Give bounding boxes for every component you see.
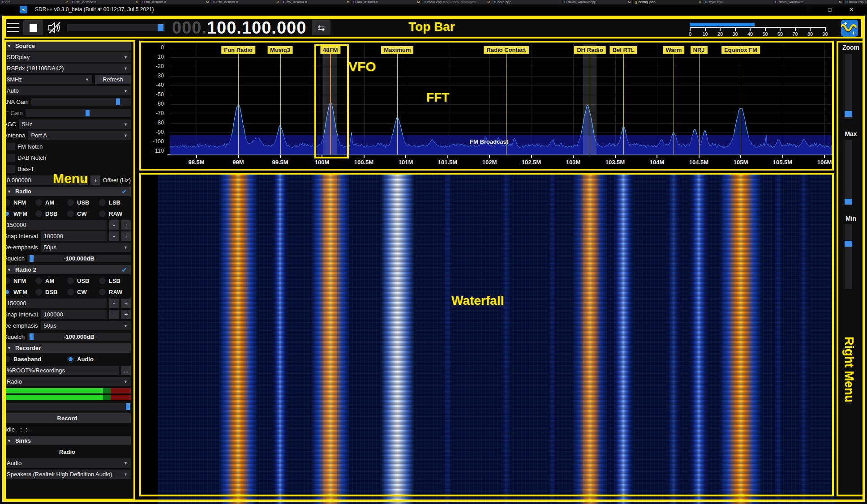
editor-tab[interactable]: Cd.hM [0,0,70,4]
volume-slider-handle[interactable] [158,24,163,31]
radio2-bw-plus-button[interactable]: + [121,299,131,308]
stop-button[interactable] [23,20,43,35]
dab-notch-checkbox[interactable] [7,154,15,162]
radio-mode-am[interactable]: AM [35,197,67,207]
radio-bw-plus-button[interactable]: + [121,220,131,230]
radio-mode-usb[interactable]: USB [67,197,99,207]
offset-minus-button[interactable]: - [78,175,88,185]
mute-speaker-icon[interactable] [47,21,63,34]
radio-mode-raw[interactable]: RAW [99,209,131,218]
offset-input[interactable]: 0.000000 [4,175,76,185]
editor-tab[interactable]: Cfm_demod.hM [141,0,211,4]
recorder-mode-baseband[interactable]: Baseband [4,354,67,364]
if-gain-handle[interactable] [86,110,90,116]
if-gain-slider[interactable] [26,109,131,117]
squelch-slider[interactable]: -100.000dB [27,255,131,262]
recorder-mode-audio[interactable]: Audio [67,354,131,364]
tab-close-icon[interactable]: × [699,0,701,4]
radio-bw-minus-button[interactable]: - [109,220,119,230]
station-label[interactable]: Bel RTL [610,46,637,54]
antenna-dropdown[interactable]: Port A▼ [28,131,131,140]
editor-tab[interactable]: Cmain_window.hM [773,0,844,4]
radio2-mode-dsb[interactable]: DSB [35,287,67,297]
waterfall-display[interactable] [134,173,836,504]
radio2-deemphasis-dropdown[interactable]: 50µs▼ [41,321,131,330]
editor-tab[interactable]: Cmain_window.cppM [562,0,633,4]
radio2-mode-usb[interactable]: USB [67,276,99,286]
menu-toggle-icon[interactable] [7,23,19,32]
radio2-snap-input[interactable]: 100000 [41,310,107,319]
station-label[interactable]: NRJ [690,46,707,54]
editor-tab[interactable]: Ccw_demod.hM [281,0,352,4]
radio2-mode-raw[interactable]: RAW [99,287,131,297]
min-slider-handle[interactable] [845,241,852,247]
recorder-section-header[interactable]: ▼Recorder [4,343,131,353]
volume-slider[interactable] [67,24,165,31]
maximize-button[interactable]: □ [823,5,837,14]
station-label[interactable]: Warm [663,46,685,54]
radio2-squelch-slider[interactable]: -100.000dB [27,333,131,341]
fm-notch-checkbox[interactable] [7,143,15,150]
sink-type-dropdown[interactable]: Audio▼ [4,458,131,468]
zoom-slider-handle[interactable] [845,111,852,117]
recorder-volume-handle[interactable] [126,403,130,410]
editor-tab[interactable]: {}config.json× [633,0,703,4]
max-slider-handle[interactable] [845,199,852,205]
station-label[interactable]: DH Radio [574,46,606,54]
source-device-dropdown[interactable]: RSPdx (191106DA42)▼ [4,64,131,73]
radio-mode-lsb[interactable]: LSB [99,197,131,207]
min-slider[interactable] [845,224,852,289]
radio-bandwidth-input[interactable]: 150000 [4,220,107,230]
radio2-mode-wfm[interactable]: WFM [4,287,35,297]
close-button[interactable]: ✕ [845,5,858,14]
if-mode-dropdown[interactable]: Auto▼ [4,86,131,95]
radio-mode-wfm[interactable]: WFM [4,209,35,218]
radio2-mode-lsb[interactable]: LSB [99,276,131,286]
snap-minus-button[interactable]: - [109,231,119,241]
source-driver-dropdown[interactable]: SDRplay▼ [4,52,131,62]
browse-button[interactable]: ... [121,366,131,375]
source-section-header[interactable]: ▼Source [4,41,131,51]
editor-tab[interactable]: Clsb_demod.hM [70,0,141,4]
radio2-section-header[interactable]: ▼Radio 2✔ [4,265,131,274]
radio-mode-nfm[interactable]: NFM [4,197,35,207]
station-label[interactable]: Fun Radio [221,46,255,54]
station-label[interactable]: Equinox FM [721,46,760,54]
max-slider[interactable] [845,140,852,205]
snap-plus-button[interactable]: + [121,310,131,319]
editor-tab[interactable]: Cam_demod.hM [352,0,422,4]
station-label[interactable]: Maximum [381,46,413,54]
tuning-mode-button[interactable]: ⇆ [312,20,330,35]
editor-tab[interactable]: Cstyle.cpp [703,0,773,4]
deemphasis-dropdown[interactable]: 50µs▼ [41,243,131,252]
snap-interval-input[interactable]: 100000 [41,231,107,241]
radio2-mode-cw[interactable]: CW [67,287,99,297]
enabled-check-icon[interactable]: ✔ [121,188,127,196]
sinks-section-header[interactable]: ▼Sinks [4,436,131,445]
offset-plus-button[interactable]: + [90,175,100,185]
radio-section-header[interactable]: ▼Radio✔ [4,187,131,196]
bandwidth-dropdown[interactable]: 8MHz▼ [4,75,92,84]
enabled-check-icon[interactable]: ✔ [121,266,127,274]
radio2-mode-nfm[interactable]: NFM [4,276,35,286]
minimize-button[interactable]: – [802,5,815,14]
editor-tab[interactable]: Cmain.cppfrequency_manager\...M [422,0,492,4]
recorder-stream-dropdown[interactable]: Radio▼ [4,377,131,386]
radio2-bw-minus-button[interactable]: - [109,299,119,308]
snap-minus-button[interactable]: - [109,310,119,319]
recording-path-input[interactable]: %ROOT%/Recordings [4,366,119,375]
zoom-slider[interactable] [845,54,852,119]
bias-t-checkbox[interactable] [7,165,15,173]
radio2-mode-am[interactable]: AM [35,276,67,286]
station-label[interactable]: Musiq3 [267,46,293,54]
station-label[interactable]: 48FM [320,46,340,54]
radio-mode-dsb[interactable]: DSB [35,209,67,218]
frequency-display[interactable]: 000.100.100.000 [172,18,306,38]
sink-device-dropdown[interactable]: Speakers (Realtek High Definition Audio)… [4,470,131,479]
record-button[interactable]: Record [4,413,131,423]
editor-tab[interactable]: Cmain.cppradio\...M [844,0,867,4]
recorder-volume-slider[interactable] [4,403,131,410]
lna-gain-slider[interactable] [31,98,131,106]
radio2-bandwidth-input[interactable]: 150000 [4,299,107,308]
editor-tab[interactable]: Cusb_demod.hM [211,0,281,4]
